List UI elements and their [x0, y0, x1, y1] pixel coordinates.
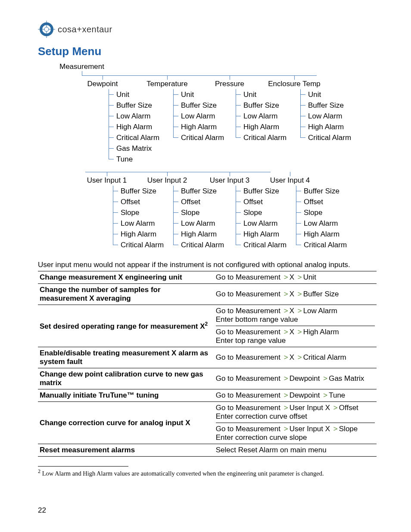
tree-item: Buffer Size: [236, 100, 286, 111]
instruction-steps: Go to Measurement >X >Low AlarmEnter bot…: [214, 305, 377, 347]
instruction-title: Reset measurement alarms: [38, 444, 214, 457]
tree-branch-label: Pressure: [215, 80, 244, 88]
tree-item: Buffer Size: [296, 186, 347, 196]
tree-item: Low Alarm: [296, 218, 347, 229]
tree-item: High Alarm: [113, 229, 164, 240]
tree-item: Critical Alarm: [296, 240, 347, 250]
tree-root: Measurement: [59, 62, 104, 71]
tree-item: Slope: [236, 207, 286, 218]
tree-item: High Alarm: [173, 229, 224, 240]
instruction-steps: Go to Measurement >User Input X >OffsetE…: [214, 402, 377, 444]
tree-item: Low Alarm: [236, 218, 286, 229]
tree-item: Offset: [113, 196, 164, 207]
tree-item: High Alarm: [173, 121, 224, 132]
note-text: User input menu would not appear if the …: [38, 261, 377, 269]
instruction-steps: Go to Measurement >X >Unit: [214, 271, 377, 284]
tree-item: Low Alarm: [173, 218, 224, 229]
tree-item: Critical Alarm: [236, 132, 286, 143]
tree-item: Low Alarm: [109, 111, 159, 121]
instruction-title: Set desired operating range for measurem…: [38, 305, 214, 347]
instruction-title: Change the number of samples for measure…: [38, 284, 214, 305]
tree-item: Critical Alarm: [300, 132, 351, 143]
tree-item: Buffer Size: [173, 186, 224, 196]
instruction-steps: Go to Measurement >X >Buffer Size: [214, 284, 377, 305]
page-number: 22: [38, 506, 46, 515]
instruction-steps: Go to Measurement >Dewpoint >Gas Matrix: [214, 368, 377, 389]
tree-item: Unit: [109, 89, 159, 100]
menu-tree-measurement: Measurement DewpointUnitBuffer SizeLow A…: [59, 62, 377, 169]
tree-item: Tune: [109, 154, 159, 165]
tree-item: Low Alarm: [113, 218, 164, 229]
tree-item: Critical Alarm: [173, 132, 224, 143]
tree-item: Critical Alarm: [113, 240, 164, 250]
tree-item: Critical Alarm: [173, 240, 224, 250]
tree-item: Low Alarm: [173, 111, 224, 121]
footnote: 2 Low Alarm and High Alarm values are au…: [38, 468, 377, 477]
tree-item: Offset: [173, 196, 224, 207]
tree-item: High Alarm: [300, 121, 351, 132]
tree-item: Buffer Size: [300, 100, 351, 111]
tree-branch-label: User Input 4: [270, 176, 310, 185]
instruction-title: Enable/disable treating measurement X al…: [38, 347, 214, 368]
tree-item: Slope: [296, 207, 347, 218]
page-title: Setup Menu: [38, 45, 377, 58]
instruction-table: Change measurement X engineering unitGo …: [38, 271, 377, 457]
instruction-title: Change measurement X engineering unit: [38, 271, 214, 284]
tree-item: Buffer Size: [113, 186, 164, 196]
tree-item: Slope: [113, 207, 164, 218]
tree-branch-label: Enclosure Temp: [268, 80, 321, 88]
tree-item: High Alarm: [236, 121, 286, 132]
logo-icon: [38, 21, 55, 38]
instruction-title: Change correction curve for analog input…: [38, 402, 214, 444]
tree-item: Unit: [300, 89, 351, 100]
tree-branch-label: Temperature: [146, 80, 187, 88]
tree-item: Unit: [173, 89, 224, 100]
tree-item: Buffer Size: [173, 100, 224, 111]
tree-item: High Alarm: [296, 229, 347, 240]
logo-text: cosa+xentaur: [58, 25, 112, 34]
tree-item: High Alarm: [109, 121, 159, 132]
footnote-separator: [38, 466, 128, 467]
instruction-steps: Go to Measurement >Dewpoint >Tune: [214, 389, 377, 402]
tree-item: Unit: [236, 89, 286, 100]
tree-item: Slope: [173, 207, 224, 218]
tree-item: Low Alarm: [300, 111, 351, 121]
tree-branch-label: User Input 3: [210, 176, 250, 185]
instruction-title: Change dew point calibration curve to ne…: [38, 368, 214, 389]
instruction-steps: Select Reset Alarm on main menu: [214, 444, 377, 457]
tree-item: Buffer Size: [236, 186, 286, 196]
tree-item: High Alarm: [236, 229, 286, 240]
brand-logo: cosa+xentaur: [38, 21, 377, 38]
tree-branch-label: Dewpoint: [87, 80, 118, 88]
tree-item: Offset: [296, 196, 347, 207]
tree-item: Critical Alarm: [236, 240, 286, 250]
svg-point-3: [44, 27, 49, 31]
instruction-steps: Go to Measurement >X >Critical Alarm: [214, 347, 377, 368]
menu-tree-userinput: User Input 1Buffer SizeOffsetSlopeLow Al…: [59, 172, 377, 258]
tree-item: Low Alarm: [236, 111, 286, 121]
tree-branch-label: User Input 2: [147, 176, 187, 185]
tree-item: Offset: [236, 196, 286, 207]
instruction-title: Manually initiate TruTune™ tuning: [38, 389, 214, 402]
tree-branch-label: User Input 1: [87, 176, 127, 185]
tree-item: Buffer Size: [109, 100, 159, 111]
tree-item: Critical Alarm: [109, 132, 159, 143]
tree-item: Gas Matrix: [109, 143, 159, 154]
